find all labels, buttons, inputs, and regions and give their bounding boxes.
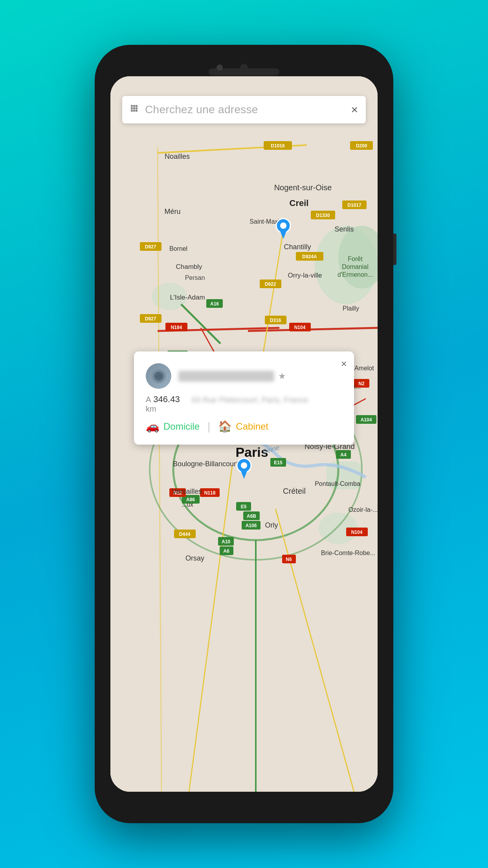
svg-text:Noailles: Noailles — [165, 153, 190, 160]
svg-point-114 — [280, 223, 286, 229]
star-icon[interactable]: ★ — [278, 371, 286, 381]
distance-unit: km — [146, 405, 156, 413]
avatar-image — [146, 363, 171, 389]
svg-text:D927: D927 — [145, 316, 156, 322]
svg-text:A6B: A6B — [247, 513, 256, 519]
card-name: Cousin Berthe Mathieu ★ — [178, 371, 342, 382]
svg-text:D924A: D924A — [302, 254, 317, 259]
svg-text:Ozoir-la-...: Ozoir-la-... — [349, 506, 378, 513]
card-distance-section: A 346.43 km 63 Rue Pietercourt, Paris, F… — [146, 394, 342, 414]
house-icon: 🏠 — [218, 420, 232, 433]
svg-text:D1016: D1016 — [271, 143, 285, 149]
svg-text:N104: N104 — [294, 325, 306, 330]
svg-rect-122 — [133, 105, 135, 107]
svg-text:A16: A16 — [210, 301, 219, 307]
svg-text:Plailly: Plailly — [343, 305, 359, 312]
svg-text:A106: A106 — [246, 523, 257, 528]
svg-text:D444: D444 — [179, 531, 191, 537]
address-section: 63 Rue Pietercourt, Paris, France — [186, 394, 342, 405]
svg-text:D1017: D1017 — [347, 202, 361, 208]
svg-rect-128 — [133, 110, 135, 112]
search-icon — [130, 104, 139, 116]
svg-rect-129 — [136, 110, 138, 112]
card-header: Cousin Berthe Mathieu ★ — [146, 363, 342, 389]
phone-device: D1016 D200 D1017 D1330 D924A D922 D927 — [95, 45, 393, 823]
search-placeholder[interactable]: Cherchez une adresse — [145, 103, 351, 116]
car-icon: 🚗 — [146, 420, 160, 433]
svg-text:Persan: Persan — [185, 274, 205, 281]
separator: | — [207, 420, 210, 433]
svg-text:N104: N104 — [351, 530, 363, 535]
svg-rect-125 — [133, 107, 135, 109]
card-close-button[interactable]: × — [341, 358, 347, 370]
svg-text:N118: N118 — [204, 490, 216, 496]
svg-text:Orry-la-ville: Orry-la-ville — [288, 272, 322, 279]
svg-text:Bornel: Bornel — [169, 245, 187, 252]
svg-text:Nogent-sur-Oise: Nogent-sur-Oise — [274, 183, 332, 192]
svg-text:A104: A104 — [361, 417, 372, 423]
svg-text:...ux: ...ux — [182, 501, 193, 508]
svg-text:Chantilly: Chantilly — [284, 243, 311, 251]
patient-name: Cousin Berthe Mathieu — [178, 371, 274, 382]
domicile-label[interactable]: Domicile — [163, 421, 200, 432]
svg-text:Versailles: Versailles — [172, 487, 202, 495]
svg-text:L'Isle-Adam: L'Isle-Adam — [170, 294, 205, 301]
card-name-wrap: Cousin Berthe Mathieu ★ — [178, 371, 342, 382]
svg-text:Creil: Creil — [290, 198, 309, 208]
svg-text:A10: A10 — [222, 539, 230, 544]
svg-text:E15: E15 — [274, 460, 283, 465]
camera — [216, 64, 223, 71]
svg-text:Orsay: Orsay — [185, 554, 204, 562]
svg-rect-126 — [136, 107, 138, 109]
svg-rect-121 — [131, 105, 133, 107]
svg-text:D200: D200 — [356, 143, 367, 149]
screen: D1016 D200 D1017 D1330 D924A D922 D927 — [110, 76, 378, 792]
patient-address: 63 Rue Pietercourt, Paris, France — [192, 395, 308, 404]
svg-point-120 — [241, 462, 247, 469]
svg-text:Domanial: Domanial — [342, 263, 369, 270]
svg-rect-127 — [131, 110, 133, 112]
svg-text:Créteil: Créteil — [283, 487, 306, 495]
avatar — [146, 363, 171, 389]
domicile-action[interactable]: 🚗 Domicile — [146, 420, 200, 433]
distance-info: A 346.43 km — [146, 394, 180, 414]
svg-text:E5: E5 — [241, 504, 247, 509]
search-bar[interactable]: Cherchez une adresse × — [122, 96, 366, 123]
svg-text:D316: D316 — [270, 318, 281, 323]
svg-text:A4: A4 — [340, 452, 347, 458]
svg-text:Pontault-Comba: Pontault-Comba — [315, 480, 360, 487]
svg-text:d'Ermenon...: d'Ermenon... — [338, 271, 373, 278]
cabinet-action[interactable]: 🏠 Cabinet — [218, 420, 268, 433]
svg-text:N6: N6 — [286, 557, 292, 562]
search-close-button[interactable]: × — [351, 103, 358, 116]
svg-rect-123 — [136, 105, 138, 107]
svg-text:Boulogne-Billancourt: Boulogne-Billancourt — [173, 460, 238, 468]
svg-text:D927: D927 — [145, 244, 156, 250]
svg-text:D1330: D1330 — [316, 213, 330, 218]
cabinet-label[interactable]: Cabinet — [236, 421, 268, 432]
svg-text:Senlis: Senlis — [334, 225, 354, 233]
info-card: × Cousin Berthe Mathieu — [134, 351, 354, 445]
svg-text:Méru: Méru — [164, 208, 180, 215]
svg-rect-124 — [131, 107, 133, 109]
svg-text:Orly: Orly — [265, 521, 278, 529]
svg-text:Brie-Comte-Robe...: Brie-Comte-Robe... — [321, 550, 375, 556]
distance-prefix: A — [146, 395, 151, 404]
svg-text:N184: N184 — [171, 325, 182, 330]
card-actions: 🚗 Domicile | 🏠 Cabinet — [146, 420, 342, 433]
svg-text:Forêt: Forêt — [348, 256, 363, 262]
svg-text:D922: D922 — [265, 281, 276, 287]
svg-text:Chambly: Chambly — [176, 263, 202, 270]
svg-text:A6: A6 — [223, 548, 229, 554]
distance-value: 346.43 — [153, 394, 180, 405]
power-button — [393, 234, 396, 265]
